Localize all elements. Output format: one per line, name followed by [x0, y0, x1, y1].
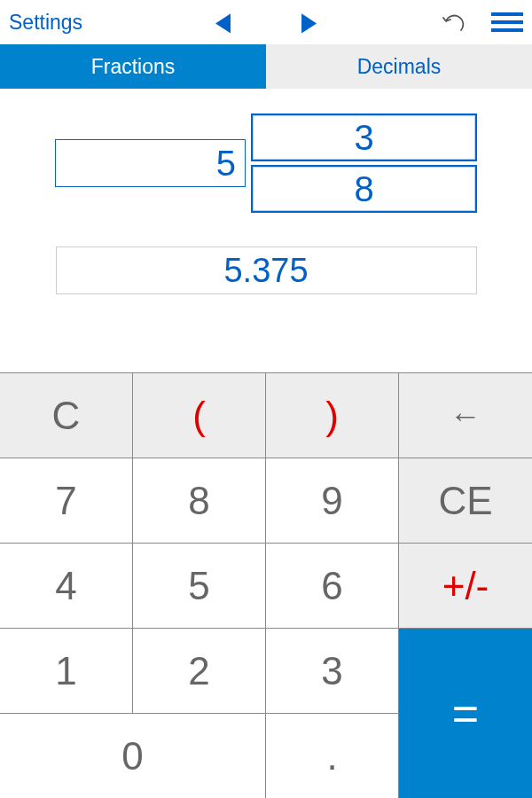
next-arrow-icon[interactable]: ▶: [301, 7, 317, 37]
paren-close-button[interactable]: ): [266, 373, 399, 458]
digit-9-button[interactable]: 9: [266, 458, 399, 544]
fraction-input: 5 3 8: [0, 113, 532, 213]
toolbar-right: [442, 11, 523, 34]
display-area: 5 3 8 5.375: [0, 89, 532, 372]
digit-1-button[interactable]: 1: [0, 629, 133, 714]
menu-icon[interactable]: [491, 12, 523, 32]
clear-button[interactable]: C: [0, 373, 133, 458]
digit-2-button[interactable]: 2: [133, 629, 266, 714]
digit-7-button[interactable]: 7: [0, 458, 133, 544]
mode-tabs: Fractions Decimals: [0, 44, 532, 89]
digit-3-button[interactable]: 3: [266, 629, 399, 714]
clear-entry-button[interactable]: CE: [399, 458, 532, 544]
digit-4-button[interactable]: 4: [0, 544, 133, 629]
backspace-button[interactable]: ←: [399, 373, 532, 458]
paren-open-button[interactable]: (: [133, 373, 266, 458]
settings-button[interactable]: Settings: [9, 11, 82, 35]
whole-number-field[interactable]: 5: [55, 139, 246, 187]
prev-arrow-icon[interactable]: ◀: [215, 7, 231, 37]
tab-decimals[interactable]: Decimals: [266, 44, 532, 89]
digit-6-button[interactable]: 6: [266, 544, 399, 629]
denominator-field[interactable]: 8: [251, 165, 477, 213]
result-display: 5.375: [56, 246, 477, 294]
numerator-field[interactable]: 3: [251, 113, 477, 161]
decimal-point-button[interactable]: .: [266, 714, 399, 798]
sign-toggle-button[interactable]: +/-: [399, 544, 532, 629]
keypad: C ( ) ← 7 8 9 CE 4 5 6 +/- 1 2 3 = 0 .: [0, 372, 532, 798]
digit-5-button[interactable]: 5: [133, 544, 266, 629]
top-toolbar: Settings ◀ ▶: [0, 0, 532, 44]
fraction-stack: 3 8: [251, 113, 477, 213]
digit-8-button[interactable]: 8: [133, 458, 266, 544]
tab-fractions[interactable]: Fractions: [0, 44, 266, 89]
undo-icon[interactable]: [442, 11, 466, 34]
equals-button[interactable]: =: [399, 629, 532, 798]
digit-0-button[interactable]: 0: [0, 714, 266, 798]
